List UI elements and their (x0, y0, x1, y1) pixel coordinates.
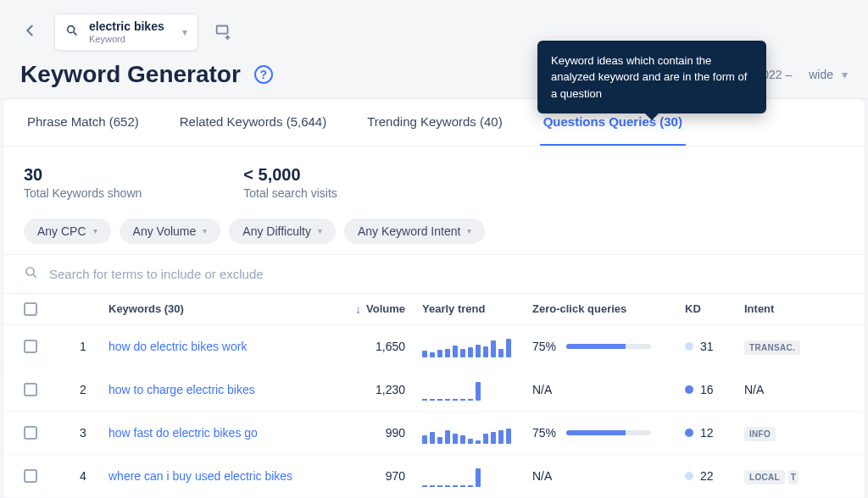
kd-dot-icon (685, 342, 693, 351)
filter-chip[interactable]: Any Keyword Intent▾ (344, 219, 485, 244)
back-arrow[interactable] (20, 21, 39, 42)
table-row: 3how fast do electric bikes go99075%12IN… (3, 412, 865, 455)
table-row: 1how do electric bikes work1,65075%31TRA… (3, 325, 865, 368)
sparkline (422, 335, 532, 357)
col-zero[interactable]: Zero-click queries (532, 302, 685, 315)
row-index: 3 (58, 426, 108, 440)
progress-track (566, 344, 651, 349)
sparkline (422, 422, 532, 444)
row-checkbox[interactable] (24, 340, 37, 353)
row-checkbox[interactable] (24, 426, 37, 440)
kd-value: 22 (700, 469, 714, 483)
svg-line-1 (74, 32, 76, 35)
keyword-link[interactable]: how do electric bikes work (108, 340, 247, 353)
kd-value: 31 (700, 340, 714, 353)
questions-tooltip: Keyword ideas which contain the analyzed… (537, 41, 766, 114)
zero-pct: 75% (532, 426, 556, 440)
keyword-link[interactable]: how to charge electric bikes (108, 383, 255, 396)
region-picker[interactable]: wide ▾ (809, 68, 848, 81)
select-all-checkbox[interactable] (24, 302, 37, 316)
table-row: 2how to charge electric bikes1,230N/A16N… (3, 368, 865, 412)
row-index: 1 (58, 340, 108, 353)
stat-total-count: 30 (24, 165, 142, 185)
kd-value: 16 (700, 383, 714, 396)
col-intent[interactable]: Intent (744, 302, 804, 315)
page-title: Keyword Generator (20, 61, 241, 88)
volume-value: 1,650 (337, 340, 422, 353)
filter-chip[interactable]: Any Difficulty▾ (229, 219, 336, 244)
kd-dot-icon (685, 472, 693, 480)
chevron-down-icon: ▾ (467, 226, 471, 235)
stat-visits-count: < 5,000 (243, 165, 337, 185)
tab[interactable]: Related Keywords (5,644) (176, 99, 330, 146)
col-volume[interactable]: ↓Volume (337, 302, 422, 316)
sparkline (422, 465, 532, 487)
add-card-icon[interactable] (214, 21, 232, 42)
row-checkbox[interactable] (24, 383, 37, 396)
tab[interactable]: Trending Keywords (40) (364, 99, 506, 146)
filter-bar: Any CPC▾Any Volume▾Any Difficulty▾Any Ke… (3, 219, 865, 254)
table-search-input[interactable] (49, 267, 844, 281)
svg-point-0 (68, 26, 75, 33)
keyword-chip-sub: Keyword (89, 34, 172, 45)
intent-badge: TRANSAC. (744, 340, 800, 355)
volume-value: 970 (337, 469, 422, 483)
row-index: 4 (58, 469, 108, 483)
chevron-down-icon: ▾ (318, 226, 322, 235)
zero-pct: 75% (532, 340, 556, 353)
search-icon (65, 24, 79, 40)
col-keywords[interactable]: Keywords (30) (108, 302, 337, 315)
chevron-down-icon: ▾ (182, 26, 187, 38)
row-checkbox[interactable] (24, 469, 37, 483)
table-row: 4where can i buy used electric bikes970N… (3, 455, 865, 498)
svg-rect-2 (217, 26, 228, 34)
keyword-link[interactable]: where can i buy used electric bikes (108, 469, 292, 483)
intent-badge: INFO (744, 427, 776, 441)
sort-arrow-down-icon: ↓ (355, 302, 361, 316)
keyword-chip[interactable]: electric bikes Keyword ▾ (54, 14, 198, 51)
intent-badge: LOCAL (744, 470, 785, 484)
keyword-link[interactable]: how fast do electric bikes go (108, 426, 258, 440)
col-trend[interactable]: Yearly trend (422, 302, 532, 315)
kd-value: 12 (700, 426, 714, 440)
chevron-down-icon: ▾ (842, 68, 848, 81)
volume-value: 1,230 (337, 383, 422, 396)
volume-value: 990 (337, 426, 422, 440)
col-kd[interactable]: KD (685, 302, 744, 315)
intent-badge: T (788, 470, 798, 484)
stat-visits-label: Total search visits (243, 186, 337, 200)
kd-dot-icon (685, 385, 693, 394)
chevron-down-icon: ▾ (93, 226, 97, 235)
row-index: 2 (58, 383, 108, 396)
svg-line-10 (33, 274, 36, 278)
intent-value: N/A (744, 383, 764, 396)
filter-chip[interactable]: Any CPC▾ (24, 219, 111, 244)
keyword-chip-text: electric bikes (89, 19, 172, 34)
chevron-down-icon: ▾ (203, 226, 207, 235)
kd-dot-icon (685, 429, 693, 437)
tab[interactable]: Phrase Match (652) (24, 99, 142, 146)
zero-pct: N/A (532, 469, 552, 483)
region-text: wide (809, 68, 833, 81)
sparkline (422, 379, 532, 401)
svg-point-9 (26, 268, 34, 275)
help-icon[interactable]: ? (254, 65, 273, 84)
filter-chip[interactable]: Any Volume▾ (120, 219, 221, 244)
stat-total-label: Total Keywords shown (24, 186, 142, 200)
progress-track (566, 430, 651, 435)
zero-pct: N/A (532, 383, 552, 396)
search-icon (24, 265, 39, 283)
